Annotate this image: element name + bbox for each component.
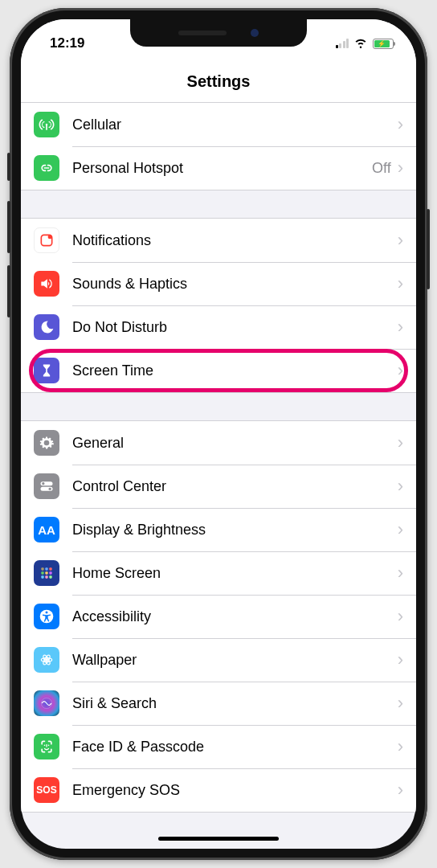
row-cellular[interactable]: Cellular › — [21, 103, 416, 146]
row-label: Emergency SOS — [72, 782, 398, 799]
status-time: 12:19 — [50, 35, 84, 51]
chevron-right-icon: › — [398, 230, 403, 251]
chevron-right-icon: › — [398, 317, 403, 338]
svg-rect-14 — [49, 575, 51, 578]
row-label: Display & Brightness — [72, 522, 398, 538]
row-accessibility[interactable]: Accessibility › — [21, 595, 416, 638]
moon-icon — [34, 314, 59, 340]
row-label: Home Screen — [72, 565, 398, 582]
grid-icon — [34, 560, 59, 586]
svg-rect-13 — [45, 575, 47, 578]
row-label: Accessibility — [72, 608, 398, 625]
svg-rect-6 — [41, 567, 43, 570]
chevron-right-icon: › — [398, 360, 403, 381]
speaker-icon — [34, 271, 59, 297]
row-label: Cellular — [72, 117, 398, 133]
chevron-right-icon: › — [398, 158, 403, 178]
hourglass-icon — [34, 358, 59, 383]
battery-icon — [373, 39, 394, 49]
row-label: Notifications — [72, 232, 398, 249]
siri-icon — [34, 690, 59, 716]
row-label: Face ID & Passcode — [72, 739, 398, 755]
row-label: Siri & Search — [72, 695, 398, 712]
row-hotspot[interactable]: Personal Hotspot Off › — [21, 146, 416, 190]
row-detail: Off — [372, 160, 391, 177]
row-display[interactable]: AA Display & Brightness › — [21, 508, 416, 551]
chevron-right-icon: › — [398, 519, 403, 540]
flower-icon — [34, 647, 59, 673]
row-siri[interactable]: Siri & Search › — [21, 682, 416, 725]
cellular-signal-icon — [336, 39, 349, 48]
link-icon — [34, 155, 59, 181]
svg-point-16 — [46, 612, 48, 614]
page-title: Settings — [21, 59, 416, 102]
wifi-icon — [353, 34, 369, 54]
row-homescreen[interactable]: Home Screen › — [21, 551, 416, 595]
chevron-right-icon: › — [398, 780, 403, 800]
row-label: General — [72, 435, 398, 452]
sos-icon: SOS — [34, 777, 59, 803]
svg-rect-10 — [45, 571, 47, 574]
face-icon — [34, 734, 59, 760]
chevron-right-icon: › — [398, 736, 403, 757]
svg-point-5 — [49, 488, 51, 490]
row-dnd[interactable]: Do Not Disturb › — [21, 305, 416, 349]
row-label: Control Center — [72, 478, 398, 495]
row-label: Do Not Disturb — [72, 319, 398, 336]
aa-icon: AA — [34, 517, 59, 542]
row-general[interactable]: General › — [21, 421, 416, 465]
svg-rect-8 — [49, 567, 51, 570]
switches-icon — [34, 473, 59, 499]
row-sounds[interactable]: Sounds & Haptics › — [21, 262, 416, 305]
status-indicators — [336, 34, 394, 54]
chevron-right-icon: › — [398, 606, 403, 627]
svg-point-23 — [48, 745, 50, 747]
row-faceid[interactable]: Face ID & Passcode › — [21, 725, 416, 768]
chevron-right-icon: › — [398, 114, 403, 135]
notification-icon — [34, 227, 59, 253]
row-sos[interactable]: SOS Emergency SOS › — [21, 768, 416, 812]
chevron-right-icon: › — [398, 563, 403, 583]
row-controlcenter[interactable]: Control Center › — [21, 465, 416, 508]
row-label: Wallpaper — [72, 652, 398, 669]
svg-rect-7 — [45, 567, 47, 570]
row-notifications[interactable]: Notifications › — [21, 219, 416, 262]
row-label: Personal Hotspot — [72, 160, 372, 177]
svg-point-22 — [44, 745, 46, 747]
row-wallpaper[interactable]: Wallpaper › — [21, 638, 416, 682]
chevron-right-icon: › — [398, 432, 403, 453]
row-label: Sounds & Haptics — [72, 276, 398, 293]
svg-rect-12 — [41, 575, 43, 578]
antenna-icon — [34, 112, 59, 137]
chevron-right-icon: › — [398, 273, 403, 294]
svg-rect-11 — [49, 571, 51, 574]
chevron-right-icon: › — [398, 693, 403, 714]
home-indicator[interactable] — [158, 837, 279, 841]
row-screentime[interactable]: Screen Time › — [21, 349, 416, 392]
chevron-right-icon: › — [398, 476, 403, 497]
gear-icon — [34, 430, 59, 456]
row-label: Screen Time — [72, 362, 398, 379]
svg-point-1 — [48, 235, 52, 239]
chevron-right-icon: › — [398, 649, 403, 670]
svg-point-3 — [42, 482, 44, 485]
accessibility-icon — [34, 604, 59, 629]
svg-rect-9 — [41, 571, 43, 574]
